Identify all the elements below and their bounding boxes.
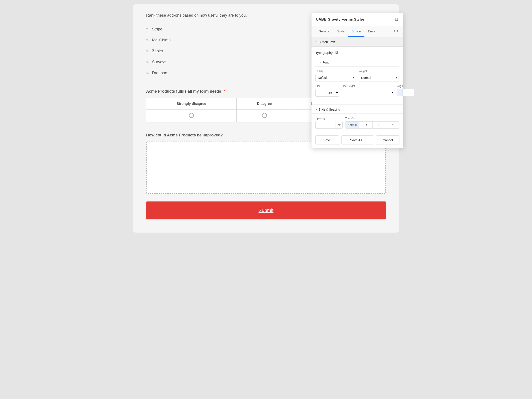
tab-button[interactable]: Button: [348, 26, 364, 37]
transform-uppercase-button[interactable]: TT: [373, 122, 386, 128]
align-center-button[interactable]: ≡: [403, 89, 408, 96]
spacing-transform-row: Spacing px Transform Normal Tt TT tt: [311, 114, 403, 132]
spacing-label: Spacing: [316, 117, 342, 120]
response-textarea[interactable]: [146, 141, 386, 194]
button-text-label: Button Text: [318, 40, 335, 44]
rank-item-label: Dropbox: [152, 71, 167, 75]
align-buttons: ≡ ≡ ≡: [397, 89, 414, 96]
family-select-wrapper: Default Arial Helvetica: [316, 74, 356, 81]
line-height-group: Line Height − ▾: [342, 85, 394, 97]
likert-col-header: Strongly disagree: [146, 98, 237, 110]
tab-style[interactable]: Style: [334, 26, 348, 37]
align-right-button[interactable]: ≡: [408, 89, 414, 96]
drag-icon[interactable]: ⇅: [146, 27, 149, 31]
size-group: Size px em rem: [316, 85, 339, 97]
font-label: Font: [323, 61, 329, 64]
chevron-down-icon: ▾: [319, 61, 321, 64]
tab-more[interactable]: •••: [392, 26, 400, 37]
size-label: Size: [316, 85, 339, 88]
size-input[interactable]: [316, 89, 327, 96]
align-left-button[interactable]: ≡: [397, 89, 403, 96]
transform-capitalize-button[interactable]: Tt: [359, 122, 373, 128]
unit-select[interactable]: px em rem: [327, 89, 339, 96]
typography-row: Typography 🖥: [316, 51, 399, 54]
table-row: [146, 110, 237, 122]
line-height-dropdown[interactable]: ▾: [390, 89, 394, 96]
drag-icon[interactable]: ⇅: [146, 60, 149, 64]
transform-label: Transform: [345, 117, 399, 120]
save-button[interactable]: Save: [316, 135, 339, 145]
tab-general[interactable]: General: [315, 26, 334, 37]
chevron-down-icon: ▾: [316, 40, 317, 44]
button-text-section[interactable]: ▾ Button Text: [311, 38, 403, 47]
family-weight-row: Family Default Arial Helvetica Weight: [316, 70, 399, 81]
size-input-row: px em rem: [316, 89, 339, 97]
line-height-row: − ▾: [342, 89, 394, 96]
weight-select-wrapper: Normal Bold Light: [359, 74, 399, 81]
spacing-unit-label: px: [336, 122, 342, 128]
family-select[interactable]: Default Arial Helvetica: [316, 74, 356, 81]
radio-button[interactable]: [189, 113, 194, 118]
line-height-input[interactable]: [342, 89, 384, 96]
transform-group: Transform Normal Tt TT tt: [345, 117, 399, 129]
cancel-button[interactable]: Cancel: [376, 135, 399, 145]
style-spacing-label: Style & Spacing: [318, 108, 340, 111]
transform-options: Normal Tt TT tt: [345, 121, 399, 129]
rank-item-label: MailChimp: [152, 38, 171, 42]
typography-label: Typography: [316, 51, 332, 54]
transform-normal-button[interactable]: Normal: [345, 122, 359, 128]
page-wrapper: Rank these add-ons based on how useful t…: [133, 4, 399, 233]
minimize-button[interactable]: □: [394, 17, 399, 22]
drag-icon[interactable]: ⇅: [146, 38, 149, 42]
family-group: Family Default Arial Helvetica: [316, 70, 356, 81]
styler-panel: UABB Gravity Forms Styler □ General Styl…: [311, 13, 403, 148]
divider: [311, 105, 403, 105]
panel-header: UABB Gravity Forms Styler □: [311, 13, 403, 26]
line-height-label: Line Height: [342, 85, 394, 88]
likert-col-header: Disagree: [236, 98, 292, 110]
family-label: Family: [316, 70, 356, 73]
drag-icon[interactable]: ⇅: [146, 49, 149, 53]
monitor-icon: 🖥: [335, 51, 338, 54]
save-as-button[interactable]: Save As...: [342, 135, 374, 145]
spacing-group: Spacing px: [316, 117, 342, 129]
size-line-align-row: Size px em rem Line Height: [316, 85, 399, 97]
panel-body: ▾ Button Text Typography 🖥 ▾ Font Famil: [311, 38, 403, 132]
panel-footer: Save Save As... Cancel: [311, 132, 403, 148]
submit-button[interactable]: Submit: [146, 202, 386, 219]
rank-item-label: Stripe: [152, 27, 162, 32]
weight-group: Weight Normal Bold Light: [359, 70, 399, 81]
drag-icon[interactable]: ⇅: [146, 71, 149, 75]
weight-select[interactable]: Normal Bold Light: [359, 74, 399, 81]
panel-inner: Typography 🖥 ▾ Font Family Default: [311, 47, 403, 104]
spacing-input-row: px: [316, 121, 342, 129]
rank-item-label: Surveys: [152, 60, 166, 64]
radio-button[interactable]: [262, 113, 267, 118]
font-section-header[interactable]: ▾ Font: [316, 59, 399, 66]
tab-error[interactable]: Error: [364, 26, 379, 37]
table-row: [236, 110, 292, 122]
weight-label: Weight: [359, 70, 399, 73]
rank-item-label: Zapier: [152, 49, 163, 53]
align-label: Align: [397, 85, 414, 88]
style-spacing-header[interactable]: ▾ Style & Spacing: [311, 105, 403, 114]
panel-title: UABB Gravity Forms Styler: [316, 17, 364, 22]
required-star: *: [224, 89, 225, 93]
align-group-container: Align ≡ ≡ ≡: [397, 85, 414, 97]
spacing-input[interactable]: [316, 121, 336, 128]
transform-lowercase-button[interactable]: tt: [386, 122, 399, 128]
chevron-down-icon: ▾: [316, 108, 317, 111]
panel-tabs: General Style Button Error •••: [311, 26, 403, 38]
line-height-minus[interactable]: −: [384, 89, 390, 96]
